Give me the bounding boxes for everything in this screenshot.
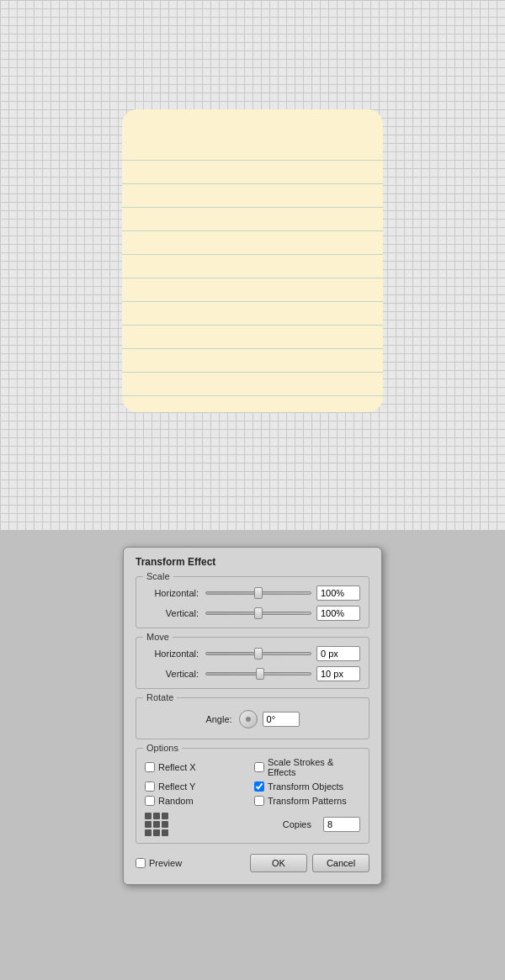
preview-checkbox[interactable] xyxy=(136,858,146,868)
canvas xyxy=(0,0,505,530)
scale-group: Scale Horizontal: Vertical: xyxy=(136,576,369,628)
options-grid: Reflect X Scale Strokes & Effects Reflec… xyxy=(145,757,360,806)
transform-patterns-label: Transform Patterns xyxy=(268,796,347,806)
move-horizontal-slider[interactable] xyxy=(205,647,311,660)
grid-dot xyxy=(145,821,152,828)
scale-strokes-checkbox[interactable] xyxy=(254,762,264,772)
scale-vertical-row: Vertical: xyxy=(145,606,360,621)
copies-grid-icon xyxy=(145,813,168,836)
reflect-y-checkbox[interactable] xyxy=(145,781,155,792)
grid-dot xyxy=(145,829,152,836)
move-vertical-slider[interactable] xyxy=(205,667,311,681)
move-vertical-thumb[interactable] xyxy=(256,668,264,680)
transform-effect-dialog: Transform Effect Scale Horizontal: Verti… xyxy=(123,547,382,885)
notecard-line xyxy=(122,301,383,302)
move-horizontal-row: Horizontal: xyxy=(145,646,360,661)
bottom-row: Preview OK Cancel xyxy=(136,854,369,872)
move-vertical-input[interactable] xyxy=(316,666,360,681)
move-group: Move Horizontal: Vertical: xyxy=(136,637,369,689)
rotate-group: Rotate Angle: xyxy=(136,697,369,739)
dialog-area: Transform Effect Scale Horizontal: Verti… xyxy=(0,530,505,980)
random-label: Random xyxy=(158,796,194,806)
grid-dot xyxy=(153,813,160,819)
scale-strokes-label: Scale Strokes & Effects xyxy=(268,757,360,777)
angle-label: Angle: xyxy=(205,714,231,724)
notecard-line xyxy=(122,325,383,326)
scale-vertical-thumb[interactable] xyxy=(254,607,263,619)
scale-vertical-label: Vertical: xyxy=(145,608,205,618)
grid-dot xyxy=(145,813,152,819)
rotate-label: Rotate xyxy=(143,692,177,702)
grid-dot xyxy=(162,821,168,828)
scale-horizontal-label: Horizontal: xyxy=(145,588,205,598)
copies-input[interactable] xyxy=(323,817,360,832)
move-horizontal-thumb[interactable] xyxy=(254,648,263,660)
notecard-line xyxy=(122,278,383,278)
transform-patterns-option[interactable]: Transform Patterns xyxy=(254,796,360,806)
grid-dot xyxy=(153,829,160,836)
reflect-x-option[interactable]: Reflect X xyxy=(145,757,251,777)
grid-dot xyxy=(153,821,160,828)
dialog-title: Transform Effect xyxy=(136,556,369,568)
notecard-line xyxy=(122,207,383,208)
notecard-line xyxy=(122,183,383,184)
scale-horizontal-thumb[interactable] xyxy=(254,587,263,599)
reflect-x-checkbox[interactable] xyxy=(145,762,155,772)
reflect-y-label: Reflect Y xyxy=(158,781,195,792)
copies-label: Copies xyxy=(175,819,316,829)
scale-horizontal-slider[interactable] xyxy=(205,586,311,600)
scale-horizontal-input[interactable] xyxy=(316,585,360,601)
ok-button[interactable]: OK xyxy=(250,854,307,872)
preview-option[interactable]: Preview xyxy=(136,858,182,868)
scale-horizontal-track xyxy=(205,591,311,595)
notecard-line xyxy=(122,160,383,161)
move-label: Move xyxy=(143,632,173,642)
move-horizontal-label: Horizontal: xyxy=(145,649,205,659)
move-horizontal-track xyxy=(205,652,311,655)
notecard-line xyxy=(122,254,383,255)
angle-input[interactable] xyxy=(263,712,300,727)
random-option[interactable]: Random xyxy=(145,796,251,806)
options-label: Options xyxy=(143,743,182,753)
transform-objects-option[interactable]: Transform Objects xyxy=(254,781,360,792)
scale-vertical-input[interactable] xyxy=(316,606,360,621)
angle-dial[interactable] xyxy=(239,710,258,728)
notecard-line xyxy=(122,230,383,231)
reflect-y-option[interactable]: Reflect Y xyxy=(145,781,251,792)
scale-strokes-option[interactable]: Scale Strokes & Effects xyxy=(254,757,360,777)
cancel-button[interactable]: Cancel xyxy=(312,854,369,872)
preview-label: Preview xyxy=(149,858,182,868)
transform-objects-label: Transform Objects xyxy=(268,781,343,792)
copies-row: Copies xyxy=(145,813,360,836)
options-group: Options Reflect X Scale Strokes & Effect… xyxy=(136,748,369,844)
scale-vertical-slider[interactable] xyxy=(205,607,311,620)
notecard-line xyxy=(122,348,383,349)
scale-label: Scale xyxy=(143,571,173,581)
angle-dial-inner xyxy=(246,717,251,722)
move-vertical-label: Vertical: xyxy=(145,669,205,679)
notecard-line xyxy=(122,395,383,396)
move-vertical-track xyxy=(205,672,311,675)
notecard-lines xyxy=(122,160,383,412)
transform-objects-checkbox[interactable] xyxy=(254,781,264,792)
transform-patterns-checkbox[interactable] xyxy=(254,796,264,806)
angle-row: Angle: xyxy=(145,707,360,732)
grid-dot xyxy=(162,813,168,819)
move-horizontal-input[interactable] xyxy=(316,646,360,661)
notecard-line xyxy=(122,372,383,373)
random-checkbox[interactable] xyxy=(145,796,155,806)
notecard xyxy=(122,109,383,412)
move-vertical-row: Vertical: xyxy=(145,666,360,681)
scale-horizontal-row: Horizontal: xyxy=(145,585,360,601)
reflect-x-label: Reflect X xyxy=(158,762,196,772)
grid-dot xyxy=(162,829,168,836)
scale-vertical-track xyxy=(205,612,311,615)
